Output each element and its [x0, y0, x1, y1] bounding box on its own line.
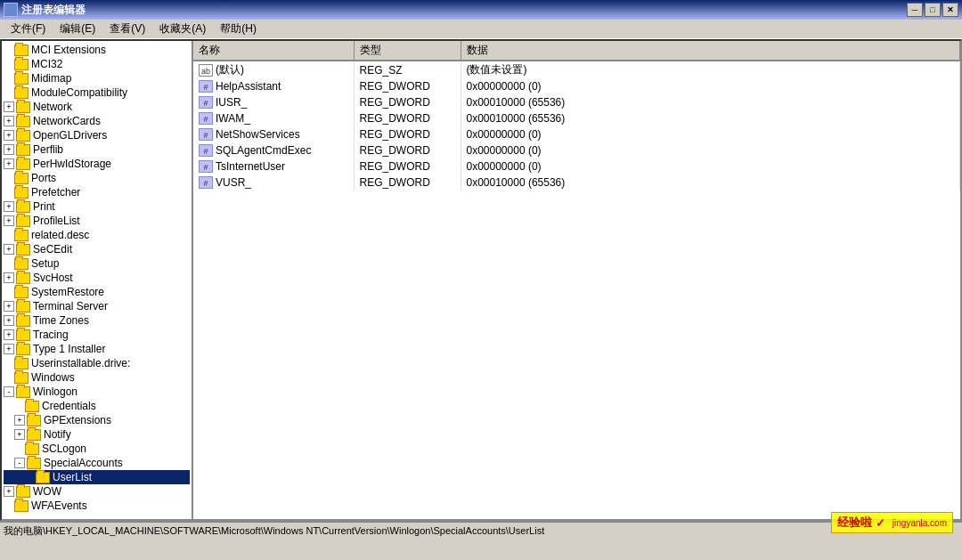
tree-item-related-desc[interactable]: related.desc — [4, 228, 190, 242]
tree-label: Time Zones — [33, 314, 89, 327]
expand-icon[interactable]: + — [4, 130, 14, 141]
folder-icon — [14, 45, 29, 56]
tree-item-gpextensions[interactable]: + GPExtensions — [4, 413, 190, 427]
folder-icon — [16, 344, 30, 355]
tree-item-userlist[interactable]: UserList — [4, 470, 190, 484]
folder-icon — [16, 244, 30, 256]
menu-edit[interactable]: 编辑(E) — [53, 20, 102, 38]
status-bar: 我的电脑\HKEY_LOCAL_MACHINE\SOFTWARE\Microso… — [0, 521, 962, 539]
tree-item-notify[interactable]: + Notify — [4, 427, 190, 442]
reg-dword-icon: # — [199, 176, 213, 189]
folder-icon — [16, 272, 30, 284]
tree-item-ports[interactable]: Ports — [4, 171, 190, 185]
folder-icon — [14, 187, 29, 199]
table-row[interactable]: ab(默认)REG_SZ(数值未设置) — [193, 61, 960, 78]
col-header-type: 类型 — [354, 41, 461, 61]
expand-icon[interactable]: - — [4, 386, 14, 397]
tree-item-windows[interactable]: Windows — [4, 370, 190, 385]
tree-item-profilelist[interactable]: + ProfileList — [4, 214, 190, 228]
expand-icon[interactable]: + — [4, 158, 14, 169]
folder-icon — [27, 415, 41, 426]
tree-item-mci32[interactable]: MCI32 — [4, 57, 190, 71]
expand-icon[interactable]: + — [4, 116, 14, 126]
tree-item-specialaccounts[interactable]: - SpecialAccounts — [4, 456, 190, 470]
tree-label: Perflib — [33, 143, 63, 156]
tree-item-terminalserver[interactable]: + Terminal Server — [4, 299, 190, 313]
menu-file[interactable]: 文件(F) — [4, 20, 53, 38]
tree-item-timezones[interactable]: + Time Zones — [4, 313, 190, 328]
expand-icon[interactable]: + — [4, 344, 14, 354]
expand-icon[interactable]: + — [4, 301, 14, 312]
menu-help[interactable]: 帮助(H) — [213, 20, 264, 38]
folder-icon — [16, 486, 30, 498]
tree-item-setup[interactable]: Setup — [4, 256, 190, 271]
tree-label: PerHwIdStorage — [33, 158, 111, 170]
tree-item-opengldrivers[interactable]: + OpenGLDrivers — [4, 128, 190, 142]
tree-item-wow[interactable]: + WOW — [4, 484, 190, 499]
tree-item-networkcards[interactable]: + NetworkCards — [4, 114, 190, 128]
expand-icon[interactable]: + — [4, 244, 14, 255]
right-pane[interactable]: 名称 类型 数据 ab(默认)REG_SZ(数值未设置)#HelpAssista… — [193, 41, 960, 519]
tree-item-midimap[interactable]: Midimap — [4, 71, 190, 85]
reg-name-cell: #NetShowServices — [193, 126, 354, 142]
window-title: 注册表编辑器 — [21, 3, 86, 18]
table-row[interactable]: #SQLAgentCmdExecREG_DWORD0x00000000 (0) — [193, 142, 960, 158]
tree-item-credentials[interactable]: Credentials — [4, 399, 190, 413]
tree-item-network[interactable]: + Network — [4, 100, 190, 114]
folder-icon — [14, 87, 29, 99]
tree-item-print[interactable]: + Print — [4, 199, 190, 214]
tree-item-userinstallable[interactable]: Userinstallable.drive: — [4, 356, 190, 370]
tree-label: SvcHost — [33, 272, 73, 284]
reg-dword-icon: # — [199, 96, 213, 109]
folder-icon — [16, 130, 30, 142]
expand-icon[interactable]: + — [4, 272, 14, 283]
restore-button[interactable]: □ — [925, 3, 941, 17]
tree-item-wfaevents[interactable]: WFAEvents — [4, 499, 190, 513]
expand-icon[interactable]: + — [4, 215, 14, 226]
folder-icon — [16, 116, 30, 127]
reg-dword-icon: # — [199, 80, 213, 93]
table-row[interactable]: #NetShowServicesREG_DWORD0x00000000 (0) — [193, 126, 960, 142]
tree-item-type1installer[interactable]: + Type 1 Installer — [4, 342, 190, 356]
expand-icon[interactable]: + — [4, 101, 14, 112]
menu-favorites[interactable]: 收藏夹(A) — [152, 20, 213, 38]
app-icon — [4, 3, 18, 17]
folder-icon — [14, 73, 29, 85]
reg-data-cell: 0x00000000 (0) — [461, 126, 960, 142]
tree-item-tracing[interactable]: + Tracing — [4, 328, 190, 342]
tree-pane[interactable]: MCI Extensions MCI32 Midimap ModuleCompa… — [2, 41, 193, 519]
expand-icon[interactable]: + — [4, 201, 14, 212]
expand-icon[interactable]: + — [4, 329, 14, 340]
expand-icon[interactable]: - — [14, 458, 25, 468]
tree-label: WFAEvents — [31, 499, 87, 512]
table-row[interactable]: #TsInternetUserREG_DWORD0x00000000 (0) — [193, 158, 960, 174]
watermark-check: ✓ — [876, 516, 885, 530]
tree-item-scedit[interactable]: + SeCEdit — [4, 242, 190, 256]
tree-item-prefetcher[interactable]: Prefetcher — [4, 185, 190, 199]
col-header-data: 数据 — [461, 41, 960, 61]
expand-icon[interactable]: + — [4, 486, 14, 497]
tree-item-modulecompat[interactable]: ModuleCompatibility — [4, 85, 190, 100]
close-button[interactable]: ✕ — [942, 3, 958, 17]
table-row[interactable]: #VUSR_REG_DWORD0x00010000 (65536) — [193, 174, 960, 191]
watermark-text: 经验啦 — [837, 515, 872, 531]
reg-data-cell: (数值未设置) — [461, 61, 960, 78]
table-row[interactable]: #IWAM_REG_DWORD0x00010000 (65536) — [193, 110, 960, 126]
folder-icon — [27, 429, 41, 441]
tree-item-perflib[interactable]: + Perflib — [4, 142, 190, 157]
tree-item-svchost[interactable]: + SvcHost — [4, 271, 190, 285]
tree-item-sclogon[interactable]: SCLogon — [4, 442, 190, 456]
tree-item-perhwidstore[interactable]: + PerHwIdStorage — [4, 157, 190, 171]
minimize-button[interactable]: ─ — [907, 3, 923, 17]
table-row[interactable]: #HelpAssistantREG_DWORD0x00000000 (0) — [193, 78, 960, 94]
tree-item-mci-ext[interactable]: MCI Extensions — [4, 43, 190, 57]
tree-item-systemrestore[interactable]: SystemRestore — [4, 285, 190, 299]
expand-icon[interactable]: + — [14, 429, 25, 440]
reg-dword-icon: # — [199, 160, 213, 173]
expand-icon[interactable]: + — [4, 315, 14, 326]
expand-icon[interactable]: + — [14, 415, 25, 426]
menu-view[interactable]: 查看(V) — [102, 20, 152, 38]
expand-icon[interactable]: + — [4, 144, 14, 155]
table-row[interactable]: #IUSR_REG_DWORD0x00010000 (65536) — [193, 94, 960, 110]
tree-item-winlogon[interactable]: - Winlogon — [4, 385, 190, 399]
